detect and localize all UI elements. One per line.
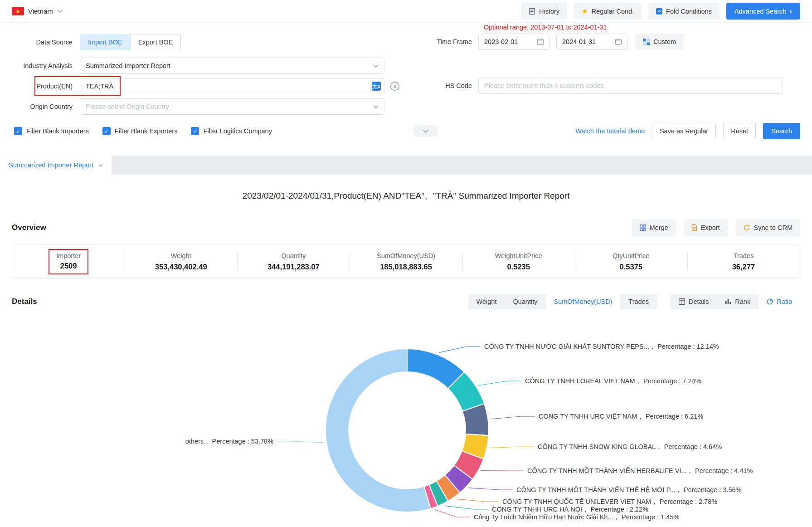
- view-toggle-group: Details Rank Ratio: [671, 294, 800, 309]
- chevron-right-icon: ›: [789, 7, 792, 15]
- tab-label: Summarized Importer Report: [9, 161, 93, 169]
- import-boe-tab[interactable]: Import BOE: [80, 34, 130, 50]
- donut-slice-10[interactable]: [326, 349, 431, 512]
- details-header: Details Weight Quantity SumOfMoney(USD) …: [0, 293, 812, 311]
- stat-label: Weight: [171, 252, 191, 259]
- fold-conditions-label: Fold Conditions: [666, 8, 712, 15]
- export-label: Export: [701, 224, 720, 231]
- filter-blank-exporters-checkbox[interactable]: ✓ Filter Blank Exporters: [102, 127, 178, 135]
- metric-tab-trades[interactable]: Trades: [620, 294, 657, 309]
- star-icon: ★: [582, 8, 588, 15]
- chevron-down-icon: [423, 130, 428, 133]
- stat-label: WeightUnitPrice: [495, 252, 542, 259]
- details-heading: Details: [12, 297, 37, 306]
- origin-country-select[interactable]: Please select Origin Country: [80, 98, 384, 115]
- view-tab-details[interactable]: Details: [671, 294, 717, 309]
- calendar-icon[interactable]: [615, 38, 622, 45]
- date-from-value: 2023-02-01: [484, 38, 518, 45]
- calendar-icon[interactable]: [537, 38, 544, 45]
- custom-range-button[interactable]: Custom: [635, 34, 684, 50]
- country-selector[interactable]: ★ Vietnam: [12, 7, 63, 15]
- save-as-regular-button[interactable]: Save as Regular: [652, 123, 716, 139]
- fold-conditions-button[interactable]: Fold Conditions: [648, 3, 720, 20]
- chart-label-5: CÔNG TY TNHH MỘT THÀNH VIÊN HERBALIFE VI…: [527, 467, 753, 475]
- chevron-down-icon: [373, 105, 379, 108]
- stat-quantity: Quantity 344,191,283.07: [237, 245, 350, 278]
- date-from-input[interactable]: 2023-02-01: [478, 34, 550, 50]
- chevron-down-icon: [57, 10, 63, 13]
- metric-tab-weight[interactable]: Weight: [468, 294, 505, 309]
- translate-icon[interactable]: 文A: [372, 82, 381, 92]
- stat-value: 344,191,283.07: [267, 263, 320, 271]
- hs-code-input[interactable]: [478, 78, 783, 94]
- date-to-value: 2024-01-31: [562, 38, 596, 45]
- view-tab-ratio[interactable]: Ratio: [759, 294, 800, 309]
- stat-value: 36,277: [732, 263, 755, 271]
- chart-label-1: CÔNG TY TNHH NƯỚC GIẢI KHÁT SUNTORY PEPS…: [484, 342, 719, 351]
- advanced-search-label: Advanced Search: [734, 8, 786, 15]
- leader-line: [489, 447, 534, 448]
- chart-label-6: CÔNG TY TNHH MỘT THÀNH VIÊN THẾ HỆ MỚI P…: [516, 486, 741, 494]
- product-label: Product(EN): [0, 83, 80, 90]
- data-source-label: Data Source: [0, 39, 80, 46]
- stat-weight: Weight 353,430,402.49: [125, 245, 237, 278]
- chart-label-9: Công Ty Trách Nhiệm Hữu Hạn Nước Giải Kh…: [474, 513, 679, 522]
- export-boe-tab[interactable]: Export BOE: [130, 34, 181, 50]
- merge-button[interactable]: Merge: [632, 219, 676, 236]
- chart-label-10: others， Percentage : 53.78%: [185, 437, 273, 446]
- search-form: Optional range: 2013-07-01 to 2024-01-31…: [0, 23, 812, 146]
- chart-label-3: CÔNG TY TNHH URC VIỆT NAM， Percentage : …: [539, 412, 703, 421]
- custom-grid-icon: [643, 39, 650, 45]
- filter-blank-importers-checkbox[interactable]: ✓ Filter Blank Importers: [14, 127, 89, 135]
- svg-text:文A: 文A: [372, 84, 381, 89]
- view-tab-rank[interactable]: Rank: [717, 294, 759, 309]
- stat-label: Importer: [56, 252, 81, 259]
- stat-trades: Trades 36,277: [687, 245, 800, 278]
- date-to-input[interactable]: 2024-01-31: [556, 34, 628, 50]
- stat-qtyunitprice: QtyUnitPrice 0.5375: [575, 245, 687, 278]
- hs-code-label: HS Code: [428, 82, 478, 89]
- advanced-search-button[interactable]: Advanced Search ›: [726, 3, 800, 20]
- stat-value: 2509: [60, 262, 77, 270]
- checkbox-checked-icon: ✓: [191, 127, 199, 135]
- regular-cond-button[interactable]: ★ Regular Cond.: [574, 3, 642, 20]
- leader-line: [456, 499, 499, 502]
- export-button[interactable]: Export: [684, 219, 728, 236]
- checkbox-checked-icon: ✓: [14, 127, 22, 135]
- stat-value: 353,430,402.49: [155, 263, 207, 271]
- product-input[interactable]: [80, 78, 384, 94]
- stat-label: QtyUnitPrice: [613, 252, 649, 259]
- metric-tab-sumofmoney[interactable]: SumOfMoney(USD): [545, 294, 620, 309]
- svg-text:a: a: [394, 83, 397, 89]
- close-icon[interactable]: ×: [99, 162, 103, 169]
- fuzzy-match-icon[interactable]: a: [390, 81, 400, 91]
- time-frame-label: Time Frame: [428, 38, 478, 45]
- search-button[interactable]: Search: [763, 123, 800, 139]
- sync-to-crm-label: Sync to CRM: [754, 224, 793, 231]
- merge-label: Merge: [650, 224, 668, 231]
- filter-logitics-company-checkbox[interactable]: ✓ Filter Logitics Company: [191, 127, 272, 135]
- report-title: 2023/02/01-2024/01/31,Product(EN) AND"TE…: [0, 190, 812, 202]
- vietnam-flag-icon: ★: [12, 7, 24, 15]
- history-icon: [529, 8, 535, 15]
- reset-button[interactable]: Reset: [723, 123, 756, 139]
- stat-value: 0.5235: [507, 263, 530, 271]
- sync-icon: [743, 224, 750, 231]
- metric-toggle-group: Weight Quantity SumOfMoney(USD) Trades: [468, 294, 657, 309]
- checkbox-checked-icon: ✓: [102, 127, 111, 135]
- industry-analysis-label: Industry Analysis: [0, 62, 80, 69]
- tab-summarized-importer-report[interactable]: Summarized Importer Report ×: [0, 156, 112, 175]
- expand-conditions-button[interactable]: [413, 125, 438, 137]
- regular-cond-label: Regular Cond.: [592, 8, 634, 15]
- sync-to-crm-button[interactable]: Sync to CRM: [735, 219, 800, 236]
- tutorial-link[interactable]: Watch the tutorial demo: [575, 127, 645, 135]
- data-source-segmented: Import BOE Export BOE: [80, 34, 181, 50]
- ratio-chart-section: CÔNG TY TNHH NƯỚC GIẢI KHÁT SUNTORY PEPS…: [0, 318, 812, 527]
- merge-icon: [640, 224, 646, 231]
- industry-analysis-select[interactable]: Summarized Importer Report: [80, 58, 384, 74]
- stat-label: SumOfMoney(USD): [377, 252, 435, 259]
- history-button[interactable]: History: [521, 3, 567, 20]
- details-table-icon: [679, 298, 685, 305]
- overview-heading: Overview: [12, 223, 46, 232]
- metric-tab-quantity[interactable]: Quantity: [505, 294, 545, 309]
